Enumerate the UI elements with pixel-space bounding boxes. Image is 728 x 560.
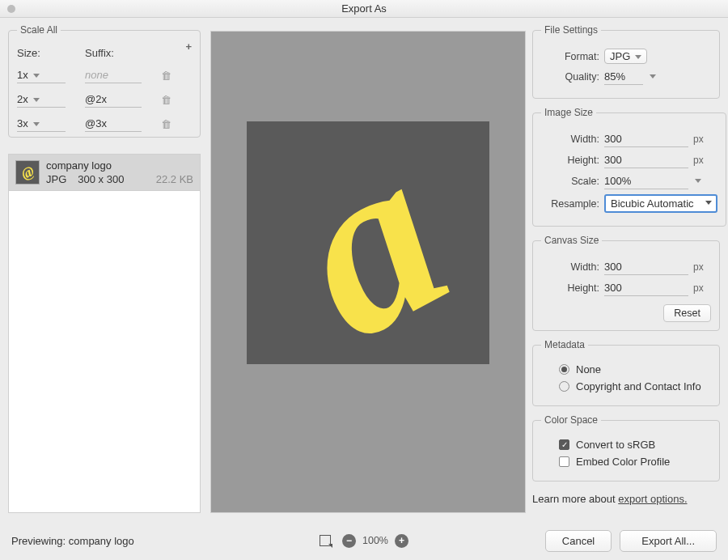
chevron-down-icon (33, 122, 40, 126)
unit-label: px (693, 155, 704, 166)
image-height-input[interactable] (604, 152, 688, 168)
checkbox-icon (559, 456, 569, 467)
chevron-down-icon (650, 74, 656, 78)
unit-label: px (693, 261, 704, 273)
width-label: Width: (541, 134, 599, 145)
add-scale-button[interactable]: + (185, 40, 192, 53)
export-all-button[interactable]: Export All... (620, 530, 717, 552)
resample-select[interactable]: Bicubic Automatic (604, 194, 717, 213)
zoom-out-button[interactable]: − (342, 534, 356, 548)
asset-format: JPG (46, 173, 66, 185)
at-sign-icon: a (257, 121, 478, 364)
resample-label: Resample: (541, 198, 599, 210)
suffix-input-2x[interactable] (85, 91, 142, 108)
asset-name: company logo (46, 159, 193, 172)
size-select-3x[interactable]: 3x (17, 116, 66, 132)
chevron-down-icon (635, 55, 641, 59)
zoom-level: 100% (362, 535, 388, 546)
scale-all-group: Scale All + Size: Suffix: 1x 🗑 2x 🗑 3x 🗑 (8, 24, 201, 138)
chevron-down-icon (33, 98, 40, 102)
format-label: Format: (541, 51, 599, 62)
metadata-none-label: None (576, 363, 601, 375)
color-space-group: Color Space Convert to sRGB Embed Color … (532, 414, 720, 482)
learn-more-text: Learn more about export options. (532, 493, 720, 505)
trash-icon[interactable]: 🗑 (161, 70, 171, 82)
asset-row[interactable]: @ company logo JPG 300 x 300 22.2 KB (9, 155, 200, 191)
at-sign-icon: @ (19, 162, 36, 182)
trash-icon[interactable]: 🗑 (161, 118, 171, 130)
metadata-none-radio[interactable]: None (559, 363, 711, 375)
metadata-copyright-radio[interactable]: Copyright and Contact Info (559, 380, 711, 392)
image-scale-input[interactable] (604, 173, 688, 189)
height-label: Height: (541, 155, 599, 166)
metadata-group: Metadata None Copyright and Contact Info (532, 339, 720, 406)
previewing-target: company logo (69, 535, 134, 547)
file-settings-group: File Settings Format: JPG Quality: 85% (532, 24, 720, 99)
quality-label: Quality: (541, 71, 599, 83)
window-title: Export As (341, 2, 387, 15)
convert-srgb-checkbox[interactable]: Convert to sRGB (559, 439, 711, 451)
suffix-column-header: Suffix: (85, 47, 114, 59)
radio-icon (559, 364, 569, 375)
canvas-size-legend: Canvas Size (541, 235, 602, 246)
file-settings-legend: File Settings (541, 24, 601, 36)
scale-label: Scale: (541, 176, 599, 187)
image-size-group: Image Size Width: px Height: px Scale: R… (532, 107, 726, 227)
embed-profile-label: Embed Color Profile (576, 456, 670, 468)
scale-row: 3x 🗑 (17, 116, 192, 132)
zoom-controls: − 100% + (320, 534, 408, 548)
reset-button[interactable]: Reset (663, 304, 711, 322)
quality-select[interactable]: 85% (604, 69, 643, 85)
preview-area: a (210, 31, 526, 513)
image-size-legend: Image Size (541, 107, 596, 118)
unit-label: px (693, 282, 704, 294)
asset-filesize: 22.2 KB (156, 173, 193, 185)
metadata-copyright-label: Copyright and Contact Info (576, 380, 701, 392)
chevron-down-icon (33, 74, 40, 78)
convert-srgb-label: Convert to sRGB (576, 439, 655, 451)
size-select-2x[interactable]: 2x (17, 91, 66, 108)
cancel-button[interactable]: Cancel (545, 530, 612, 552)
preview-canvas: a (247, 121, 489, 364)
asset-list: @ company logo JPG 300 x 300 22.2 KB (8, 154, 201, 513)
canvas-width-label: Width: (541, 261, 599, 273)
suffix-input-1x[interactable] (85, 67, 142, 83)
canvas-height-input[interactable] (604, 280, 688, 296)
size-column-header: Size: (17, 47, 66, 59)
color-space-legend: Color Space (541, 414, 601, 426)
footer-bar: Previewing: company logo − 100% + Cancel… (0, 521, 728, 560)
radio-icon (559, 381, 569, 392)
window-close-dot[interactable] (7, 5, 15, 13)
image-width-input[interactable] (604, 131, 688, 147)
chevron-down-icon (705, 201, 712, 205)
metadata-legend: Metadata (541, 339, 588, 350)
suffix-input-3x[interactable] (85, 116, 142, 132)
size-select-1x[interactable]: 1x (17, 67, 66, 83)
previewing-label: Previewing: company logo (11, 535, 134, 547)
zoom-in-button[interactable]: + (395, 534, 408, 548)
canvas-width-input[interactable] (604, 259, 688, 275)
checkbox-icon (559, 439, 569, 450)
unit-label: px (693, 134, 704, 145)
scale-row: 1x 🗑 (17, 67, 192, 83)
trash-icon[interactable]: 🗑 (161, 94, 171, 106)
embed-profile-checkbox[interactable]: Embed Color Profile (559, 456, 711, 468)
canvas-size-group: Canvas Size Width: px Height: px Reset (532, 235, 720, 331)
format-select[interactable]: JPG (604, 49, 647, 64)
scale-all-legend: Scale All (17, 24, 61, 36)
title-bar: Export As (0, 0, 728, 18)
asset-thumbnail: @ (15, 160, 40, 185)
canvas-height-label: Height: (541, 282, 599, 294)
fit-screen-icon[interactable] (320, 535, 331, 546)
chevron-down-icon[interactable] (695, 179, 701, 183)
asset-dimensions: 300 x 300 (78, 173, 124, 185)
export-options-link[interactable]: export options. (618, 493, 687, 505)
scale-row: 2x 🗑 (17, 91, 192, 108)
